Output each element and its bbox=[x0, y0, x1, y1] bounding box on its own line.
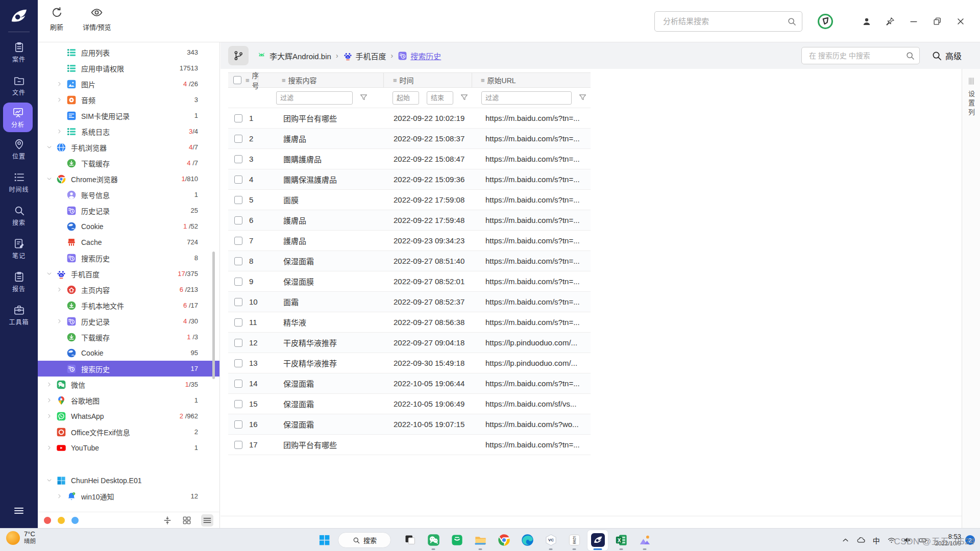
table-search-box[interactable] bbox=[801, 47, 920, 64]
collapse-tree-icon[interactable] bbox=[162, 515, 173, 525]
caret-open-icon[interactable] bbox=[46, 270, 56, 278]
blue-dot-filter[interactable] bbox=[71, 517, 79, 524]
row-checkbox[interactable] bbox=[234, 420, 242, 429]
tree-item[interactable]: ChunHei Desktop.E01 bbox=[38, 472, 219, 488]
clock[interactable]: 8:53 2022/10/9 bbox=[935, 533, 961, 547]
rail-item-case[interactable]: 案件 bbox=[3, 36, 35, 68]
tree-item[interactable]: 下载缓存4 /7 bbox=[38, 155, 219, 171]
tree-item[interactable]: Chrome浏览器1/810 bbox=[38, 171, 219, 187]
branch-view-button[interactable] bbox=[228, 46, 249, 65]
tree-item[interactable]: 谷歌地图1 bbox=[38, 392, 219, 408]
table-row[interactable]: 14保湿面霜2022-10-05 19:06:44https://m.baidu… bbox=[228, 373, 591, 394]
red-dot-filter[interactable] bbox=[44, 517, 51, 524]
row-checkbox[interactable] bbox=[234, 318, 242, 327]
hamburger-menu-icon[interactable] bbox=[13, 505, 25, 517]
header-time[interactable]: ≡时间 bbox=[383, 73, 472, 87]
weather-widget[interactable]: 7°C 晴朗 bbox=[6, 531, 36, 545]
rail-item-report[interactable]: 报告 bbox=[3, 266, 35, 298]
tree-item[interactable]: Office文件Exif信息2 bbox=[38, 424, 219, 440]
tree-item[interactable]: 应用列表343 bbox=[38, 44, 219, 60]
table-row[interactable]: 7護膚品2022-09-23 09:34:23https://m.baidu.c… bbox=[228, 231, 591, 251]
caret-closed-icon[interactable] bbox=[56, 286, 66, 293]
taskbar-app-excel[interactable]: X bbox=[611, 530, 631, 550]
tree-item[interactable]: 图片4 /26 bbox=[38, 76, 219, 92]
table-row[interactable]: 12干皮精华液推荐2022-09-27 09:04:18https://lp.p… bbox=[228, 333, 591, 353]
tree-item[interactable]: du手机百度17/375 bbox=[38, 266, 219, 282]
tree-item[interactable]: 历史记录25 bbox=[38, 203, 219, 218]
wifi-icon[interactable] bbox=[887, 535, 896, 545]
taskbar-app-design-app[interactable] bbox=[634, 530, 655, 550]
time-end-filter-input[interactable] bbox=[427, 91, 453, 105]
rail-item-analysis[interactable]: 分析 bbox=[3, 103, 33, 132]
row-checkbox[interactable] bbox=[234, 155, 242, 163]
tree-item[interactable]: 手机浏览器4/7 bbox=[38, 139, 219, 155]
caret-closed-icon[interactable] bbox=[56, 81, 66, 88]
funnel-icon[interactable] bbox=[578, 93, 587, 103]
tree-item[interactable]: 1win10通知12 bbox=[38, 488, 219, 504]
tree-scrollbar[interactable] bbox=[212, 252, 215, 379]
user-icon[interactable] bbox=[862, 16, 872, 27]
close-button[interactable] bbox=[955, 16, 966, 27]
table-row[interactable]: 2護膚品2022-09-22 15:08:37https://m.baidu.c… bbox=[228, 129, 591, 149]
grid-view-icon[interactable] bbox=[182, 515, 192, 525]
caret-closed-icon[interactable] bbox=[56, 96, 66, 104]
detail-preview-button[interactable]: 详情/预览 bbox=[83, 6, 111, 32]
tree-item[interactable]: 手机本地文件6 /17 bbox=[38, 297, 219, 313]
table-row[interactable]: 8保湿面霜2022-09-27 08:51:40https://m.baidu.… bbox=[228, 251, 591, 271]
table-row[interactable]: 9保湿面膜2022-09-27 08:52:01https://m.baidu.… bbox=[228, 271, 591, 292]
table-row[interactable]: 1团购平台有哪些2022-09-22 10:02:19https://m.bai… bbox=[228, 108, 591, 129]
tree-item[interactable]: SIM卡使用记录1 bbox=[38, 108, 219, 123]
header-url[interactable]: ≡原始URL bbox=[472, 73, 591, 87]
caret-closed-icon[interactable] bbox=[46, 413, 56, 420]
tree-item[interactable]: 微信1/35 bbox=[38, 377, 219, 392]
search-icon[interactable] bbox=[787, 16, 797, 27]
analysis-result-search[interactable] bbox=[654, 11, 802, 32]
search-icon[interactable] bbox=[905, 51, 915, 61]
refresh-button[interactable]: 刷新 bbox=[50, 6, 63, 32]
minimize-button[interactable] bbox=[909, 16, 919, 27]
table-search-input[interactable] bbox=[808, 51, 905, 60]
taskbar-app-forensic-app[interactable] bbox=[587, 530, 608, 550]
caret-open-icon[interactable] bbox=[46, 176, 56, 183]
table-row[interactable]: 13干皮精华液推荐2022-09-30 15:49:18https://lp.p… bbox=[228, 353, 591, 373]
table-row[interactable]: 6護膚品2022-09-22 17:59:48https://m.baidu.c… bbox=[228, 210, 591, 231]
taskbar-app-shimo[interactable]: 石墨 bbox=[564, 530, 584, 550]
tree-item[interactable]: 搜索历史8 bbox=[38, 250, 219, 266]
header-serial[interactable]: ≡序号 bbox=[228, 73, 258, 87]
row-checkbox[interactable] bbox=[234, 257, 242, 265]
content-filter-input[interactable] bbox=[276, 91, 353, 105]
row-checkbox[interactable] bbox=[234, 135, 242, 143]
rail-item-notes[interactable]: 笔记 bbox=[3, 233, 35, 265]
select-all-checkbox[interactable] bbox=[233, 76, 241, 84]
pin-icon[interactable] bbox=[885, 16, 895, 27]
table-row[interactable]: 15保湿面霜2022-10-05 19:06:49https://m.baidu… bbox=[228, 394, 591, 414]
funnel-icon[interactable] bbox=[359, 93, 369, 103]
rail-item-file[interactable]: 文件 bbox=[3, 69, 35, 102]
chevron-up-icon[interactable] bbox=[841, 535, 850, 545]
row-checkbox[interactable] bbox=[234, 278, 242, 286]
row-checkbox[interactable] bbox=[234, 339, 242, 347]
tree-item[interactable]: Cookie1 /52 bbox=[38, 218, 219, 234]
rail-item-timeline[interactable]: 时间线 bbox=[3, 166, 35, 198]
tree-item[interactable]: 音频3 bbox=[38, 92, 219, 108]
taskbar-app-app-store[interactable] bbox=[447, 530, 467, 550]
tree-item[interactable]: 应用申请权限17513 bbox=[38, 60, 219, 76]
rail-item-toolbox[interactable]: 工具箱 bbox=[3, 299, 35, 331]
rail-item-location[interactable]: 位置 bbox=[3, 133, 35, 165]
row-checkbox[interactable] bbox=[234, 196, 242, 204]
breadcrumb-item[interactable]: 李大辉Android.bin bbox=[257, 51, 331, 61]
table-row[interactable]: 10面霜2022-09-27 08:52:37https://m.baidu.c… bbox=[228, 292, 591, 312]
table-row[interactable]: 11精华液2022-09-27 08:56:38https://m.baidu.… bbox=[228, 312, 591, 333]
row-checkbox[interactable] bbox=[234, 114, 242, 122]
row-checkbox[interactable] bbox=[234, 400, 242, 408]
taskbar-search[interactable]: 搜索 bbox=[338, 532, 391, 548]
start-button[interactable] bbox=[317, 533, 331, 547]
caret-closed-icon[interactable] bbox=[46, 444, 56, 452]
tree-item[interactable]: Cache724 bbox=[38, 234, 219, 250]
table-row[interactable]: 5面膜2022-09-22 17:59:08https://m.baidu.co… bbox=[228, 190, 591, 210]
taskbar-app-edge[interactable] bbox=[517, 530, 537, 550]
header-content[interactable]: ≡搜索内容 bbox=[258, 73, 383, 87]
yellow-dot-filter[interactable] bbox=[58, 517, 65, 524]
analysis-search-input[interactable] bbox=[662, 16, 787, 26]
table-row[interactable]: 4團購保濕護膚品2022-09-22 15:09:36https://m.bai… bbox=[228, 169, 591, 190]
